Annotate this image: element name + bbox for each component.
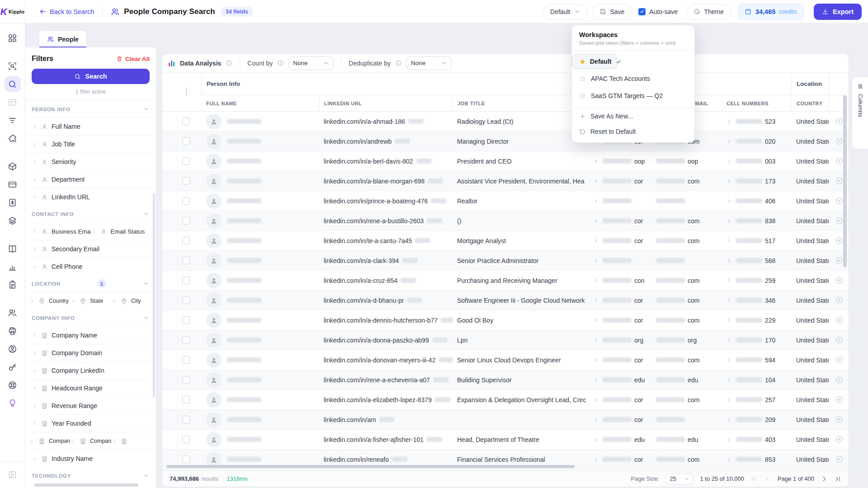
linkedin-url-cell[interactable]: linkedin.com/in/a-dennis-hutcherson-b77 bbox=[319, 310, 453, 330]
collapse-panel-button[interactable] bbox=[5, 466, 21, 483]
workspace-action-save-as-new[interactable]: Save As New... bbox=[572, 109, 694, 123]
col-linkedin-url[interactable]: LINKEDIN URL bbox=[319, 95, 453, 111]
filter-item-company-country[interactable]: Company Country bbox=[29, 438, 70, 445]
expand-chevron-icon[interactable] bbox=[726, 238, 732, 244]
nav-table[interactable] bbox=[5, 94, 21, 110]
row-checkbox[interactable] bbox=[182, 197, 190, 205]
filter-item-cell-phone[interactable]: Cell Phone bbox=[32, 263, 83, 270]
filter-item-industry-name[interactable]: Industry Name bbox=[32, 455, 93, 462]
linkedin-url-cell[interactable]: linkedin.com/in/a-fisher-ajfisher-101 bbox=[319, 430, 453, 449]
expand-chevron-icon[interactable] bbox=[593, 218, 599, 224]
expand-chevron-icon[interactable] bbox=[593, 297, 599, 304]
credits-badge[interactable]: 34,465 credits bbox=[738, 4, 804, 20]
filter-item-year-founded[interactable]: Year Founded bbox=[32, 420, 91, 427]
expand-chevron-icon[interactable] bbox=[593, 357, 599, 363]
row-checkbox[interactable] bbox=[182, 137, 190, 145]
workspace-item[interactable]: Default bbox=[572, 54, 617, 69]
filter-item-state[interactable]: State bbox=[70, 298, 111, 305]
linkedin-url-cell[interactable]: linkedin.com/in/andrewb bbox=[319, 131, 453, 151]
expand-chevron-icon[interactable] bbox=[593, 397, 599, 403]
preview-eye-icon[interactable] bbox=[835, 356, 844, 364]
filter-item-company-domain[interactable]: Company Domain bbox=[32, 349, 102, 357]
filter-section-contact-info[interactable]: CONTACT INFO bbox=[25, 206, 156, 222]
preview-eye-icon[interactable] bbox=[835, 197, 844, 205]
nav-invoices[interactable] bbox=[5, 194, 21, 211]
page-size-select[interactable]: 25 bbox=[665, 473, 693, 485]
first-page-button[interactable] bbox=[750, 475, 758, 483]
last-page-button[interactable] bbox=[834, 475, 841, 483]
expand-chevron-icon[interactable] bbox=[593, 198, 599, 204]
col-job-title[interactable]: JOB TITLE bbox=[453, 95, 588, 111]
row-checkbox[interactable] bbox=[182, 416, 190, 423]
back-to-search-link[interactable]: Back to Search bbox=[39, 8, 94, 15]
expand-chevron-icon[interactable] bbox=[726, 178, 732, 184]
filter-item-job-title[interactable]: Job Title bbox=[32, 141, 75, 148]
expand-chevron-icon[interactable] bbox=[726, 417, 732, 423]
filter-item-seniority[interactable]: Seniority bbox=[32, 158, 76, 165]
nav-filter[interactable] bbox=[5, 112, 21, 128]
columns-panel-toggle[interactable]: Columns bbox=[852, 77, 868, 149]
expand-chevron-icon[interactable] bbox=[726, 337, 732, 343]
col-full-name[interactable]: FULL NAME bbox=[202, 95, 319, 111]
linkedin-url-cell[interactable]: linkedin.com/in/a-donovan-meyers-iii-42 bbox=[319, 350, 453, 370]
nav-scan-search[interactable] bbox=[5, 58, 21, 74]
expand-chevron-icon[interactable] bbox=[726, 397, 732, 403]
row-checkbox[interactable] bbox=[182, 117, 190, 125]
filter-section-person-info[interactable]: PERSON INFO bbox=[25, 101, 156, 117]
workspace-action-reset-to-default[interactable]: Reset to Default bbox=[572, 124, 694, 139]
preview-eye-icon[interactable] bbox=[835, 137, 844, 145]
nav-tasks[interactable] bbox=[5, 277, 21, 293]
linkedin-url-cell[interactable]: linkedin.com/in/rene-a-echeverria-a07 bbox=[319, 370, 453, 389]
preview-eye-icon[interactable] bbox=[835, 455, 844, 464]
count-by-select[interactable]: None bbox=[288, 56, 334, 70]
linkedin-url-cell[interactable]: linkedin.com/in/am bbox=[319, 410, 453, 429]
filter-item-empty[interactable] bbox=[111, 438, 152, 445]
previous-page-button[interactable] bbox=[764, 475, 771, 483]
row-checkbox[interactable] bbox=[182, 336, 190, 344]
expand-chevron-icon[interactable] bbox=[726, 118, 732, 125]
deduplicate-by-select[interactable]: None bbox=[406, 56, 452, 70]
expand-chevron-icon[interactable] bbox=[593, 456, 599, 463]
filters-search-button[interactable]: Search bbox=[32, 69, 150, 84]
nav-layers[interactable] bbox=[5, 212, 21, 229]
preview-eye-icon[interactable] bbox=[835, 177, 844, 185]
linkedin-url-cell[interactable]: linkedin.com/in/a-cruz-854 bbox=[319, 271, 453, 290]
preview-eye-icon[interactable] bbox=[835, 435, 844, 444]
expand-chevron-icon[interactable] bbox=[726, 198, 732, 204]
nav-api-keys[interactable] bbox=[5, 359, 21, 375]
row-checkbox[interactable] bbox=[182, 237, 190, 244]
row-checkbox[interactable] bbox=[182, 296, 190, 304]
filter-section-location[interactable]: LOCATION1 bbox=[25, 275, 156, 292]
nav-search[interactable] bbox=[5, 76, 21, 92]
col-country[interactable]: COUNTRY bbox=[792, 95, 829, 111]
filter-item-company-state[interactable]: Company State bbox=[70, 438, 111, 445]
row-checkbox[interactable] bbox=[182, 436, 190, 443]
nav-products[interactable] bbox=[5, 158, 21, 174]
filter-item-company-name[interactable]: Company Name bbox=[32, 332, 97, 339]
row-checkbox[interactable] bbox=[182, 277, 190, 284]
row-checkbox[interactable] bbox=[182, 177, 190, 185]
row-checkbox[interactable] bbox=[182, 356, 190, 364]
preview-eye-icon[interactable] bbox=[835, 236, 844, 245]
linkedin-url-cell[interactable]: linkedin.com/in/a-blane-morgan-698 bbox=[319, 171, 453, 191]
nav-support[interactable] bbox=[5, 377, 21, 393]
expand-chevron-icon[interactable] bbox=[593, 277, 599, 284]
filters-horizontal-scrollbar[interactable] bbox=[34, 483, 138, 487]
linkedin-url-cell[interactable]: linkedin.com/in/rene-a-bustillo-2603 bbox=[319, 211, 453, 230]
preview-eye-icon[interactable] bbox=[835, 216, 844, 225]
nav-analytics[interactable] bbox=[5, 258, 21, 275]
expand-chevron-icon[interactable] bbox=[726, 317, 732, 324]
expand-chevron-icon[interactable] bbox=[593, 337, 599, 343]
filter-item-business-email[interactable]: Business Email bbox=[32, 228, 91, 235]
expand-chevron-icon[interactable] bbox=[726, 436, 732, 443]
preview-eye-icon[interactable] bbox=[835, 117, 844, 126]
linkedin-url-cell[interactable]: linkedin.com/in/a-clark-394 bbox=[319, 251, 453, 270]
expand-chevron-icon[interactable] bbox=[593, 317, 599, 324]
clear-all-button[interactable]: Clear All bbox=[116, 56, 150, 62]
expand-chevron-icon[interactable] bbox=[726, 297, 732, 304]
star-icon[interactable] bbox=[579, 92, 586, 99]
theme-button[interactable]: Theme bbox=[687, 4, 731, 19]
expand-chevron-icon[interactable] bbox=[726, 138, 732, 145]
preview-eye-icon[interactable] bbox=[835, 316, 844, 324]
nav-ideas[interactable] bbox=[5, 395, 21, 411]
